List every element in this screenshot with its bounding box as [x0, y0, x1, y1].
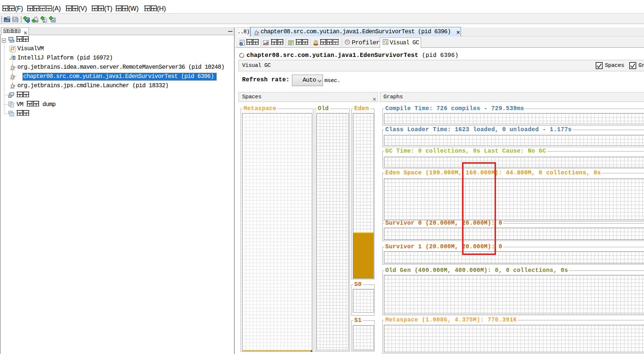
svg-text:01: 01 — [44, 20, 46, 23]
